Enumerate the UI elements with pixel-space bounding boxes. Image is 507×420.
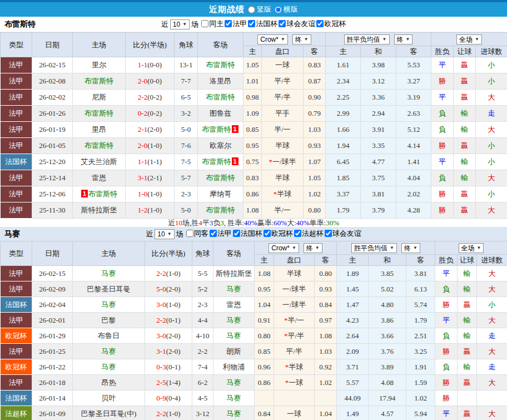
filter-checkbox-法甲[interactable]: 法甲 bbox=[208, 229, 232, 239]
checkbox-input[interactable] bbox=[233, 230, 240, 237]
radio-vertical-input[interactable] bbox=[248, 6, 255, 13]
cell-avg-draw: 3.91 bbox=[361, 122, 396, 138]
team-text: 布雷斯特 bbox=[206, 93, 235, 101]
match-row: 法甲26-02-08布雷斯特2-0(0-0)7-7洛里昂1.01平/半0.872… bbox=[1, 73, 507, 90]
final-odds-select[interactable]: 终▼ bbox=[292, 34, 311, 45]
radio-vertical[interactable]: 竖版 bbox=[248, 4, 271, 14]
cell-away-team: 摩纳哥 bbox=[198, 186, 243, 202]
asterisk-marker: * bbox=[285, 378, 289, 387]
checkbox-input[interactable] bbox=[201, 20, 208, 27]
cell-date: 26-01-29 bbox=[32, 328, 73, 344]
cell-league: 法甲 bbox=[1, 375, 32, 391]
avg-odds-group-header: 胜平负均值▼ 终▼ bbox=[337, 241, 435, 255]
cell-handicap: 一球 bbox=[274, 406, 315, 420]
cell-date: 26-01-09 bbox=[32, 406, 73, 420]
cell-handicap: 半球 bbox=[262, 170, 304, 186]
near-label: 近 bbox=[161, 19, 168, 29]
cell-date: 26-02-08 bbox=[32, 73, 73, 90]
team-text: 布雷斯特 bbox=[84, 141, 113, 150]
cell-home-team: 布雷斯特 bbox=[73, 73, 126, 90]
cell-date: 26-02-09 bbox=[32, 281, 73, 297]
sub-header-wdl: 胜负 bbox=[431, 46, 454, 57]
sub-header-wdl: 胜负 bbox=[435, 255, 458, 266]
cell-odds-home: 0.95 bbox=[255, 281, 274, 297]
cell-odds-away: 1.04 bbox=[315, 406, 337, 420]
scope-select[interactable]: 全场▼ bbox=[456, 34, 482, 45]
asterisk-marker: * bbox=[284, 316, 288, 324]
cell-avg-away: 3.27 bbox=[396, 73, 431, 90]
match-count-select[interactable]: 10▼ bbox=[155, 229, 174, 239]
filter-checkbox-欧冠杯[interactable]: 欧冠杯 bbox=[262, 229, 293, 239]
cell-avg-draw: 4.08 bbox=[369, 375, 406, 391]
avg-odds-group-header: 胜平负均值▼ 终▼ bbox=[326, 33, 431, 46]
checkbox-input[interactable] bbox=[248, 20, 255, 27]
match-row: 法甲26-01-05布雷斯特2-0(1-0)7-6欧塞尔0.95半球0.931.… bbox=[1, 138, 507, 154]
cell-result-goals: 大 bbox=[477, 406, 507, 420]
cell-date: 26-01-18 bbox=[32, 375, 73, 391]
cell-avg-home: 1.79 bbox=[326, 202, 361, 219]
near-label: 近 bbox=[146, 229, 153, 239]
filter-checkbox-法国杯[interactable]: 法国杯 bbox=[247, 19, 277, 29]
checkbox-input[interactable] bbox=[264, 230, 271, 237]
filter-checkbox-欧冠杯[interactable]: 欧冠杯 bbox=[315, 19, 346, 29]
match-row: 法甲26-02-02尼斯2-2(0-2)6-5布雷斯特0.98平/半0.902.… bbox=[1, 90, 507, 106]
match-count-select[interactable]: 10▼ bbox=[170, 19, 190, 29]
filter-checkbox-球会友谊[interactable]: 球会友谊 bbox=[277, 19, 315, 29]
final-odds-select[interactable]: 终▼ bbox=[304, 243, 322, 253]
cell-odds-home: 0.96 bbox=[255, 359, 274, 375]
team-text: 马赛 bbox=[227, 409, 241, 418]
cell-result-wdl: 平 bbox=[435, 313, 458, 328]
filter-checkbox-法甲[interactable]: 法甲 bbox=[223, 19, 247, 29]
cell-handicap: 半球 bbox=[274, 266, 315, 281]
cell-score: 1-0(1-0) bbox=[126, 186, 175, 202]
result-group-header: 全场▼ bbox=[435, 241, 507, 255]
rank-badge: 1 bbox=[232, 125, 238, 133]
radio-horizontal[interactable]: 横版 bbox=[275, 4, 298, 14]
filter-checkbox-法超杯[interactable]: 法超杯 bbox=[293, 229, 324, 239]
checkbox-input[interactable] bbox=[186, 230, 193, 237]
filter-checkbox-球会友谊[interactable]: 球会友谊 bbox=[324, 229, 361, 239]
filter-checkbox-法国杯[interactable]: 法国杯 bbox=[232, 229, 262, 239]
checkbox-input[interactable] bbox=[316, 20, 324, 27]
cell-result-handicap: 贏 bbox=[458, 406, 477, 420]
filter-checkbox-同主[interactable]: 同主 bbox=[200, 19, 223, 29]
cell-result-handicap: 贏 bbox=[454, 57, 476, 73]
cell-date: 25-12-06 bbox=[32, 186, 73, 202]
cell-result-handicap: 贏 bbox=[454, 202, 476, 219]
cell-result-handicap: 贏 bbox=[458, 344, 477, 359]
cell-avg-draw: 3.12 bbox=[361, 73, 396, 90]
sub-header-avg-home: 主 bbox=[337, 255, 369, 266]
avg-odds-select[interactable]: 胜平负均值▼ bbox=[344, 34, 390, 45]
cell-avg-away: 1.79 bbox=[406, 313, 435, 328]
team-text: 布雷斯特 bbox=[206, 174, 235, 182]
cell-away-team: 布雷斯特 bbox=[198, 57, 243, 73]
cell-avg-home: 6.45 bbox=[326, 154, 361, 170]
checkbox-input[interactable] bbox=[225, 20, 232, 27]
cell-avg-draw: 3.75 bbox=[361, 170, 396, 186]
cell-avg-draw: 3.85 bbox=[369, 266, 406, 281]
bookmaker-select[interactable]: Crow*▼ bbox=[257, 34, 288, 45]
cell-home-team: 马赛 bbox=[73, 297, 145, 313]
match-row: 法甲26-01-18昂热2-5(1-4)6-2马赛0.86*一球1.025.57… bbox=[1, 375, 507, 391]
avg-odds-select[interactable]: 胜平负均值▼ bbox=[351, 243, 397, 253]
radio-horizontal-input[interactable] bbox=[275, 6, 282, 13]
cell-handicap: 平手 bbox=[262, 106, 304, 122]
cell-date: 26-02-01 bbox=[32, 313, 73, 328]
checkbox-input[interactable] bbox=[279, 20, 286, 27]
asterisk-marker: * bbox=[284, 332, 288, 340]
cell-handicap: 平/半 bbox=[262, 73, 304, 90]
cell-score: 3-1(2-1) bbox=[126, 170, 175, 186]
scope-select[interactable]: 全场▼ bbox=[459, 243, 484, 253]
final-avg-select[interactable]: 终▼ bbox=[401, 243, 420, 253]
match-row: 法超杯26-01-09巴黎圣日耳曼(中)2-2(1-0)3-12马赛0.84一球… bbox=[1, 406, 507, 420]
checkbox-input[interactable] bbox=[325, 230, 332, 237]
checkbox-input[interactable] bbox=[294, 230, 301, 237]
match-row: 法甲26-01-26布雷斯特0-2(0-2)3-2图鲁兹1.09平手0.792.… bbox=[1, 106, 507, 122]
cell-away-team: 马赛 bbox=[213, 328, 255, 344]
filter-checkbox-同客[interactable]: 同客 bbox=[185, 229, 208, 239]
bookmaker-select[interactable]: Crow*▼ bbox=[269, 243, 299, 253]
cell-corners: 2-3 bbox=[175, 186, 198, 202]
cell-avg-draw: 2.94 bbox=[361, 106, 396, 122]
checkbox-input[interactable] bbox=[210, 230, 217, 237]
final-avg-select[interactable]: 终▼ bbox=[394, 34, 413, 45]
